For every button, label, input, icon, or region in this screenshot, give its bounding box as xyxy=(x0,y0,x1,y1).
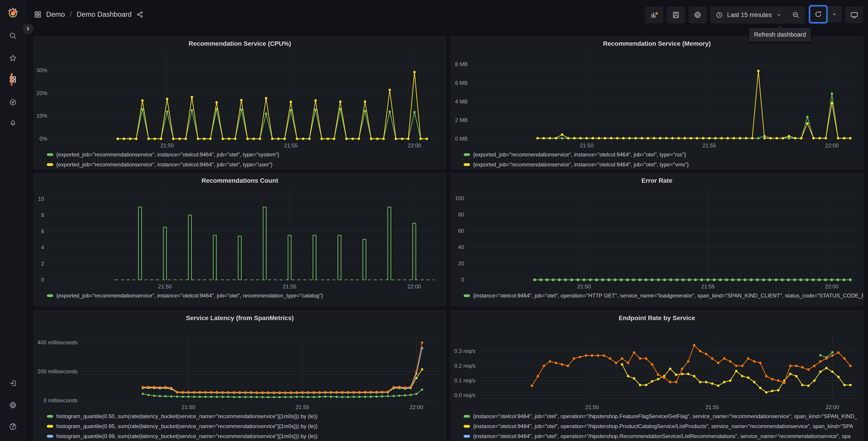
sidebar-item-alerting[interactable] xyxy=(7,117,18,128)
legend-series-label[interactable]: {exported_job="recommendationservice", i… xyxy=(473,151,686,158)
dashboard-settings-button[interactable] xyxy=(689,7,707,23)
kiosk-mode-button[interactable] xyxy=(845,7,863,23)
svg-text:21:50: 21:50 xyxy=(158,284,172,290)
share-icon[interactable] xyxy=(136,11,144,18)
sidebar-item-search[interactable] xyxy=(7,30,18,41)
legend-series-marker xyxy=(464,435,470,438)
angle-right-icon xyxy=(25,26,31,32)
legend-item[interactable]: {instance="otelcol:9464", job="otel", op… xyxy=(464,411,863,421)
legend-item[interactable]: {exported_job="recommendationservice", i… xyxy=(464,159,863,169)
svg-text:21:55: 21:55 xyxy=(296,404,309,410)
time-series-chart[interactable]: 21:5021:5522:000.0 req/s0.1 req/s0.2 req… xyxy=(451,324,863,411)
legend-series-label[interactable]: {exported_job="recommendationservice", i… xyxy=(56,293,323,299)
svg-text:0.0 req/s: 0.0 req/s xyxy=(454,392,475,398)
legend-item[interactable]: {exported_job="recommendationservice", i… xyxy=(47,291,446,301)
legend-series-marker xyxy=(464,163,470,166)
legend-item[interactable]: {instance="otelcol:9464", job="otel", op… xyxy=(464,421,863,431)
legend-series-label[interactable]: {instance="otelcol:9464", job="otel", op… xyxy=(473,433,850,439)
add-panel-button[interactable] xyxy=(645,7,663,23)
apps-icon xyxy=(9,76,17,83)
grafana-logo[interactable] xyxy=(7,7,18,18)
svg-text:21:55: 21:55 xyxy=(283,284,297,290)
svg-text:4 MB: 4 MB xyxy=(455,98,468,105)
refresh-group xyxy=(809,6,841,24)
tooltip-text: Refresh dashboard xyxy=(754,31,806,38)
zoom-out-time-button[interactable] xyxy=(787,7,804,23)
legend: {exported_job="recommendationservice", i… xyxy=(34,149,446,169)
panel-title[interactable]: Service Latency (from SpanMetrics) xyxy=(34,311,446,324)
dashboard-panel: Recommendation Service (Memory) 21:5021:… xyxy=(450,36,864,169)
legend-item[interactable]: histogram_quantile(0.50, sum(rate(latenc… xyxy=(47,411,446,421)
time-range-label: Last 15 minutes xyxy=(726,11,773,19)
legend-series-label[interactable]: histogram_quantile(0.50, sum(rate(latenc… xyxy=(56,413,317,419)
legend-item[interactable]: {exported_job="recommendationservice", i… xyxy=(464,150,863,159)
sidebar-expand-button[interactable] xyxy=(23,24,33,34)
sidebar-item-starred[interactable] xyxy=(7,53,18,63)
legend-series-marker xyxy=(47,415,53,418)
refresh-icon xyxy=(814,10,822,18)
legend-item[interactable]: {exported_job="recommendationservice", i… xyxy=(47,150,446,159)
svg-text:10%: 10% xyxy=(36,113,47,119)
svg-text:400 milliseconds: 400 milliseconds xyxy=(37,340,78,346)
legend-item[interactable]: {instance="otelcol:9464", job="otel", op… xyxy=(464,291,863,301)
legend-item[interactable]: {exported_job="recommendationservice", i… xyxy=(47,159,446,169)
sidebar-item-dashboards[interactable] xyxy=(7,74,18,85)
time-series-chart[interactable]: 21:5021:5522:00020406080100 xyxy=(451,186,863,290)
svg-text:0 milliseconds: 0 milliseconds xyxy=(43,397,78,404)
sidebar-item-help[interactable]: ? xyxy=(7,421,18,432)
dashboard-panel: Recommendations Count 21:5021:5522:00024… xyxy=(33,173,446,306)
sidebar-item-sign-in[interactable] xyxy=(7,378,18,389)
panel-title[interactable]: Recommendation Service (CPU%) xyxy=(34,36,446,49)
time-series-chart[interactable]: 21:5021:5522:000%10%20%30% xyxy=(34,49,446,149)
svg-text:20: 20 xyxy=(458,260,464,266)
legend-series-label[interactable]: {exported_job="recommendationservice", i… xyxy=(56,161,273,168)
svg-text:21:50: 21:50 xyxy=(580,142,593,148)
svg-text:100: 100 xyxy=(455,195,464,201)
time-series-chart[interactable]: 21:5021:5522:000 MB2 MB4 MB6 MB8 MB xyxy=(451,49,863,149)
refresh-interval-dropdown[interactable] xyxy=(828,6,841,22)
save-dashboard-button[interactable] xyxy=(667,7,685,23)
legend-item[interactable]: histogram_quantile(0.95, sum(rate(latenc… xyxy=(47,421,446,431)
svg-text:22:00: 22:00 xyxy=(826,404,839,410)
legend-series-label[interactable]: histogram_quantile(0.95, sum(rate(latenc… xyxy=(56,423,317,430)
legend-series-label[interactable]: histogram_quantile(0.99, sum(rate(latenc… xyxy=(56,433,317,439)
svg-text:200 milliseconds: 200 milliseconds xyxy=(37,368,78,375)
legend-series-label[interactable]: {instance="otelcol:9464", job="otel", op… xyxy=(473,413,857,419)
svg-text:8: 8 xyxy=(41,212,44,218)
refresh-dashboard-button[interactable] xyxy=(809,5,828,24)
bell-icon xyxy=(9,119,17,126)
apps-icon[interactable] xyxy=(34,11,42,18)
legend-series-label[interactable]: {exported_job="recommendationservice", i… xyxy=(473,161,689,168)
panel-title[interactable]: Recommendations Count xyxy=(34,173,446,186)
legend-series-label[interactable]: {exported_job="recommendationservice", i… xyxy=(56,151,279,158)
sidebar-item-explore[interactable] xyxy=(7,97,18,108)
legend: {exported_job="recommendationservice", i… xyxy=(34,290,446,301)
dashboard-panel: Recommendation Service (CPU%) 21:5021:55… xyxy=(33,36,446,169)
legend-series-marker xyxy=(47,425,53,428)
svg-text:?: ? xyxy=(11,423,15,430)
time-series-chart[interactable]: 21:5021:5522:000 milliseconds200 millise… xyxy=(34,324,446,411)
svg-text:30%: 30% xyxy=(36,67,47,74)
legend-item[interactable]: {instance="otelcol:9464", job="otel", op… xyxy=(464,431,863,441)
legend-item[interactable]: histogram_quantile(0.99, sum(rate(latenc… xyxy=(47,431,446,441)
panel-title[interactable]: Error Rate xyxy=(451,173,863,186)
legend-series-label[interactable]: {instance="otelcol:9464", job="otel", op… xyxy=(473,293,863,299)
breadcrumb-folder[interactable]: Demo xyxy=(46,10,65,19)
breadcrumb-dashboard[interactable]: Demo Dashboard xyxy=(77,10,132,19)
search-icon xyxy=(9,32,17,40)
time-range-picker[interactable]: Last 15 minutes xyxy=(711,7,787,23)
legend-series-label[interactable]: {instance="otelcol:9464", job="otel", op… xyxy=(473,423,853,430)
sidebar: ? xyxy=(0,0,26,441)
svg-text:21:50: 21:50 xyxy=(182,404,195,410)
legend-series-marker xyxy=(464,415,470,418)
gear-icon xyxy=(693,11,702,19)
svg-text:4: 4 xyxy=(41,244,44,251)
legend: histogram_quantile(0.50, sum(rate(latenc… xyxy=(34,411,446,441)
panel-title[interactable]: Endpoint Rate by Service xyxy=(451,311,863,324)
breadcrumb: Demo / Demo Dashboard xyxy=(34,0,144,29)
time-series-chart[interactable]: 21:5021:5522:000246810 xyxy=(34,186,446,290)
svg-text:22:00: 22:00 xyxy=(825,142,839,148)
svg-text:2 MB: 2 MB xyxy=(455,117,468,123)
svg-text:21:55: 21:55 xyxy=(703,142,716,148)
sidebar-item-configuration[interactable] xyxy=(7,400,18,411)
